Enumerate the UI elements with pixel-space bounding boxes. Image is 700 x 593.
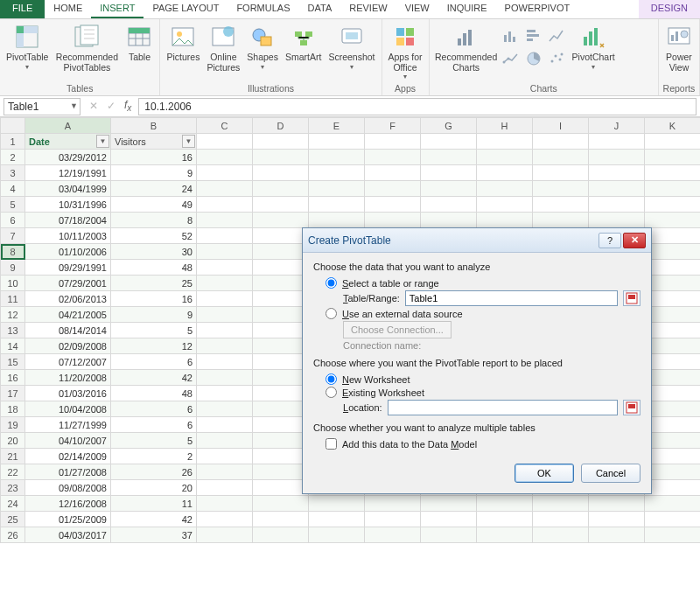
line-chart-icon[interactable] — [501, 49, 522, 70]
fx-icon[interactable]: fx — [124, 99, 131, 113]
online-pictures-button[interactable]: Online Pictures — [204, 23, 242, 73]
radio-select-table[interactable]: SSelect a table or rangeelect a table or… — [326, 277, 640, 289]
cell-visitors[interactable]: 42 — [111, 512, 197, 527]
column-header-date[interactable]: Date▼ — [25, 134, 111, 150]
cell-visitors[interactable]: 9 — [111, 307, 197, 323]
checkbox-data-model[interactable]: Add this data to the Data Model — [326, 438, 640, 450]
empty-cell[interactable] — [589, 213, 645, 228]
row-header[interactable]: 1 — [1, 134, 25, 150]
cell-date[interactable]: 01/25/2009 — [25, 512, 111, 527]
empty-cell[interactable] — [309, 213, 365, 228]
empty-cell[interactable] — [421, 512, 477, 527]
empty-cell[interactable] — [253, 165, 309, 181]
empty-cell[interactable] — [253, 464, 309, 480]
empty-cell[interactable] — [253, 197, 309, 213]
empty-cell[interactable] — [253, 512, 309, 527]
cell-visitors[interactable]: 9 — [111, 165, 197, 181]
row-header[interactable]: 11 — [1, 291, 25, 307]
close-button[interactable]: ✕ — [623, 233, 646, 248]
empty-cell[interactable] — [589, 165, 645, 181]
empty-cell[interactable] — [253, 323, 309, 338]
empty-cell[interactable] — [197, 480, 253, 496]
empty-cell[interactable] — [253, 260, 309, 276]
empty-cell[interactable] — [533, 496, 589, 512]
tab-file[interactable]: FILE — [0, 0, 45, 18]
radio-existing-worksheet[interactable]: Existing Worksheet — [326, 387, 640, 398]
row-header[interactable]: 12 — [1, 307, 25, 323]
shapes-button[interactable]: Shapes▾ — [244, 23, 281, 71]
empty-cell[interactable] — [253, 307, 309, 323]
empty-cell[interactable] — [365, 197, 421, 213]
empty-cell[interactable] — [253, 213, 309, 228]
empty-cell[interactable] — [309, 150, 365, 165]
empty-cell[interactable] — [253, 291, 309, 307]
column-header-visitors[interactable]: Visitors▼ — [111, 134, 197, 150]
empty-cell[interactable] — [645, 181, 701, 197]
collapse-dialog-icon[interactable] — [623, 400, 640, 415]
empty-cell[interactable] — [197, 512, 253, 527]
scatter-chart-icon[interactable] — [547, 49, 568, 70]
tab-page-layout[interactable]: PAGE LAYOUT — [144, 0, 228, 18]
row-header[interactable]: 3 — [1, 165, 25, 181]
cell-visitors[interactable]: 26 — [111, 464, 197, 480]
row-header[interactable]: 26 — [1, 527, 25, 543]
empty-cell[interactable] — [253, 417, 309, 433]
filter-dropdown-icon[interactable]: ▼ — [96, 135, 109, 148]
tab-data[interactable]: DATA — [299, 0, 341, 18]
empty-cell[interactable] — [645, 480, 701, 496]
cancel-formula-icon[interactable]: ✕ — [89, 100, 98, 112]
empty-cell[interactable] — [645, 401, 701, 417]
row-header[interactable]: 17 — [1, 386, 25, 401]
row-header[interactable]: 4 — [1, 181, 25, 197]
tab-home[interactable]: HOME — [45, 0, 91, 18]
table-row[interactable]: 2412/16/200811 — [1, 496, 701, 512]
empty-cell[interactable] — [645, 527, 701, 543]
empty-cell[interactable] — [365, 512, 421, 527]
enter-formula-icon[interactable]: ✓ — [107, 100, 116, 112]
empty-cell[interactable] — [589, 181, 645, 197]
cell-visitors[interactable]: 6 — [111, 401, 197, 417]
empty-cell[interactable] — [197, 464, 253, 480]
pictures-button[interactable]: Pictures — [164, 23, 202, 63]
empty-cell[interactable] — [197, 433, 253, 449]
empty-cell[interactable] — [197, 228, 253, 244]
empty-cell[interactable] — [197, 165, 253, 181]
table-row[interactable]: 2501/25/200942 — [1, 512, 701, 527]
empty-cell[interactable] — [197, 291, 253, 307]
empty-cell[interactable] — [589, 197, 645, 213]
column-header[interactable]: G — [421, 118, 477, 134]
empty-cell[interactable] — [253, 496, 309, 512]
empty-cell[interactable] — [197, 323, 253, 338]
cancel-button[interactable]: Cancel — [581, 464, 640, 483]
chevron-down-icon[interactable]: ▼ — [70, 101, 78, 110]
empty-cell[interactable] — [197, 449, 253, 464]
empty-cell[interactable] — [645, 307, 701, 323]
cell-visitors[interactable]: 48 — [111, 386, 197, 401]
empty-cell[interactable] — [253, 276, 309, 291]
empty-cell[interactable] — [365, 527, 421, 543]
tab-view[interactable]: VIEW — [396, 0, 438, 18]
empty-cell[interactable] — [645, 417, 701, 433]
empty-cell[interactable] — [253, 370, 309, 386]
table-row[interactable]: 510/31/199649 — [1, 197, 701, 213]
cell-date[interactable]: 09/08/2008 — [25, 480, 111, 496]
empty-cell[interactable] — [197, 213, 253, 228]
table-row[interactable]: 203/29/201216 — [1, 150, 701, 165]
dialog-titlebar[interactable]: Create PivotTable ? ✕ — [303, 228, 651, 253]
empty-cell[interactable] — [365, 165, 421, 181]
table-range-input[interactable] — [405, 290, 618, 306]
table-button[interactable]: Table — [122, 23, 156, 63]
empty-cell[interactable] — [533, 181, 589, 197]
row-header[interactable]: 6 — [1, 213, 25, 228]
row-header[interactable]: 9 — [1, 260, 25, 276]
empty-cell[interactable] — [365, 496, 421, 512]
column-header[interactable]: C — [197, 118, 253, 134]
pie-chart-icon[interactable] — [524, 49, 545, 70]
column-header[interactable]: K — [645, 118, 701, 134]
cell-date[interactable]: 04/03/2017 — [25, 527, 111, 543]
empty-cell[interactable] — [477, 512, 533, 527]
cell-date[interactable]: 07/18/2004 — [25, 213, 111, 228]
empty-cell[interactable] — [645, 150, 701, 165]
empty-cell[interactable] — [533, 527, 589, 543]
row-header[interactable]: 10 — [1, 276, 25, 291]
